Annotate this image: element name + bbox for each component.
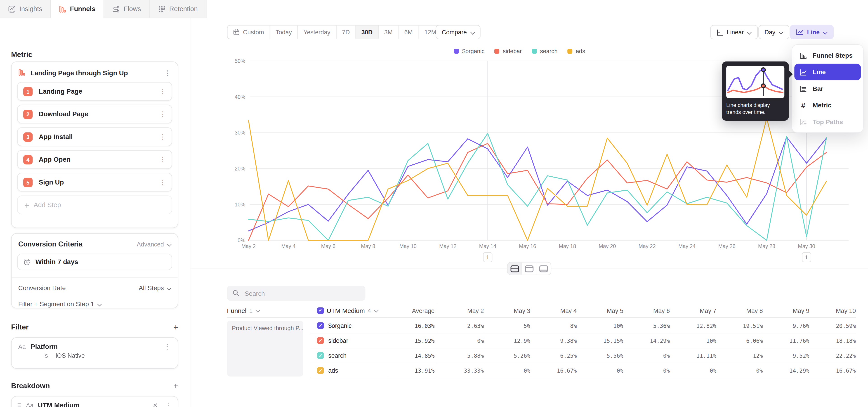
- scale-label: Linear: [727, 29, 744, 35]
- chart-only-view-button[interactable]: [522, 262, 536, 275]
- column-header-may-4[interactable]: May 4: [530, 304, 577, 318]
- search-input[interactable]: [244, 289, 360, 297]
- select-all-checkbox[interactable]: [317, 307, 324, 314]
- granularity-dropdown[interactable]: Day: [758, 25, 789, 39]
- funnel-step-5[interactable]: 5Sign Up⋮: [17, 173, 172, 191]
- search-icon: [232, 288, 239, 298]
- funnel-cell[interactable]: Product Viewed through P...: [227, 321, 303, 376]
- filter-value[interactable]: iOS Native: [56, 352, 85, 359]
- calendar-icon: [233, 29, 240, 35]
- compare-button[interactable]: Compare: [436, 25, 480, 39]
- conversion-window-label: Within 7 days: [35, 258, 78, 266]
- cell-value: 0%: [716, 363, 763, 378]
- filter-operator[interactable]: Is: [43, 352, 48, 359]
- kebab-menu-icon[interactable]: ⋮: [159, 156, 166, 163]
- row-checkbox[interactable]: [317, 337, 324, 344]
- funnel-metric-row[interactable]: Landing Page through Sign Up ⋮: [11, 62, 178, 82]
- column-header-may-5[interactable]: May 5: [577, 304, 623, 318]
- menu-item-funnel-steps[interactable]: Funnel Steps: [794, 47, 861, 64]
- column-header-may-7[interactable]: May 7: [670, 304, 716, 318]
- funnel-metric-icon: [18, 69, 26, 77]
- chevron-down-icon: [166, 242, 171, 247]
- funnel-step-4[interactable]: 4App Open⋮: [17, 150, 172, 169]
- tab-funnels[interactable]: Funnels: [51, 0, 104, 18]
- column-header-may-10[interactable]: May 10: [809, 304, 856, 318]
- funnel-column-header[interactable]: Funnel 1: [227, 304, 310, 318]
- conversion-rate-dropdown[interactable]: All Steps: [139, 285, 171, 291]
- row-checkbox[interactable]: [317, 352, 324, 359]
- cell-value: 10%: [670, 333, 716, 348]
- advanced-dropdown[interactable]: Advanced: [137, 241, 171, 247]
- scale-dropdown[interactable]: Linear: [710, 25, 758, 39]
- tooltip-text: Line charts display trends over time.: [726, 102, 784, 116]
- chart-type-dropdown[interactable]: Line: [790, 25, 834, 39]
- column-header-may-8[interactable]: May 8: [716, 304, 763, 318]
- close-icon[interactable]: ✕: [153, 402, 158, 407]
- range-button-7d[interactable]: 7D: [336, 26, 356, 39]
- cell-value: 6.25%: [530, 348, 577, 363]
- add-breakdown-button[interactable]: +: [174, 381, 178, 390]
- kebab-menu-icon[interactable]: ⋮: [159, 88, 166, 95]
- filter-card: Aa Platform ⋮ Is iOS Native: [11, 337, 178, 369]
- column-header-average[interactable]: Average: [388, 304, 437, 318]
- menu-item-top-paths[interactable]: Top Paths: [794, 114, 861, 130]
- breakdown-property[interactable]: UTM Medium: [38, 402, 148, 407]
- range-button-yesterday[interactable]: Yesterday: [298, 26, 336, 39]
- range-label: Custom: [243, 29, 264, 35]
- y-axis-tick-label: 40%: [235, 94, 245, 100]
- column-header-may-6[interactable]: May 6: [623, 304, 670, 318]
- funnel-step-3[interactable]: 3App Install⋮: [17, 127, 172, 146]
- range-button-3m[interactable]: 3M: [379, 26, 399, 39]
- conversion-window-row[interactable]: Within 7 days: [17, 254, 172, 270]
- range-button-6m[interactable]: 6M: [399, 26, 419, 39]
- kebab-menu-icon[interactable]: ⋮: [159, 133, 166, 140]
- table-only-view-button[interactable]: [536, 262, 551, 275]
- funnel-metric-title: Landing Page through Sign Up: [31, 69, 128, 77]
- kebab-menu-icon[interactable]: ⋮: [164, 70, 171, 76]
- cell-value: 5.56%: [577, 348, 623, 363]
- kebab-menu-icon[interactable]: ⋮: [159, 179, 166, 185]
- step-number-badge: 1: [23, 87, 33, 96]
- drag-handle-icon[interactable]: ☰: [17, 403, 22, 407]
- table-row-label-search[interactable]: search: [310, 348, 388, 363]
- x-axis-tick-label: May 4: [281, 243, 296, 249]
- menu-item-line[interactable]: Line: [794, 64, 861, 80]
- menu-item-bar[interactable]: Bar: [794, 80, 861, 97]
- range-button-30d[interactable]: 30D: [356, 26, 379, 39]
- tab-insights[interactable]: Insights: [0, 0, 51, 18]
- range-button-custom[interactable]: Custom: [228, 26, 270, 39]
- tab-retention[interactable]: Retention: [150, 0, 207, 18]
- table-row-label-$organic[interactable]: $organic: [310, 318, 388, 333]
- range-label: 3M: [384, 29, 393, 35]
- breakdown-column-header[interactable]: UTM Medium 4: [310, 304, 388, 318]
- row-checkbox[interactable]: [317, 322, 324, 329]
- metric-icon: #: [799, 101, 808, 109]
- funnel-step-2[interactable]: 2Download Page⋮: [17, 105, 172, 123]
- x-axis-tick-label: May 30: [798, 243, 815, 249]
- kebab-menu-icon[interactable]: ⋮: [165, 402, 172, 407]
- kebab-menu-icon[interactable]: ⋮: [164, 343, 171, 350]
- filter-segment-dropdown[interactable]: Filter + Segment on Step 1: [18, 301, 101, 307]
- funnel-step-1[interactable]: 1Landing Page⋮: [17, 82, 172, 101]
- column-header-may-2[interactable]: May 2: [437, 304, 484, 318]
- cell-value: 5.26%: [484, 348, 530, 363]
- kebab-menu-icon[interactable]: ⋮: [159, 111, 166, 117]
- x-axis-tick-label: May 8: [361, 243, 375, 249]
- row-checkbox[interactable]: [317, 367, 324, 374]
- cell-value: 0%: [437, 333, 484, 348]
- x-axis-tick-label: May 14: [479, 243, 496, 249]
- column-header-may-3[interactable]: May 3: [484, 304, 530, 318]
- table-row-label-ads[interactable]: ads: [310, 363, 388, 378]
- add-filter-button[interactable]: +: [174, 322, 178, 332]
- range-button-today[interactable]: Today: [270, 26, 298, 39]
- menu-item-metric[interactable]: #Metric: [794, 97, 861, 114]
- chart-type-tooltip: Line charts display trends over time.: [722, 62, 789, 121]
- split-view-button[interactable]: [508, 262, 522, 275]
- x-axis-tick-label: May 16: [519, 243, 536, 249]
- table-row-label-sidebar[interactable]: sidebar: [310, 333, 388, 348]
- funnels-icon: [59, 5, 66, 12]
- tab-flows[interactable]: Flows: [104, 0, 150, 18]
- filter-property[interactable]: Platform: [31, 343, 159, 350]
- column-header-may-9[interactable]: May 9: [763, 304, 809, 318]
- add-step-button[interactable]: + Add Step: [17, 195, 172, 214]
